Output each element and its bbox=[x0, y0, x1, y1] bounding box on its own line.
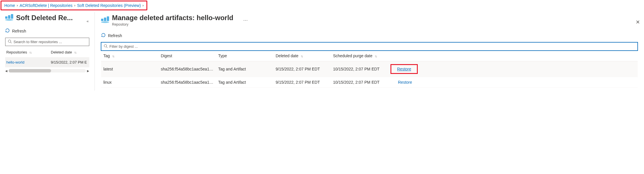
breadcrumb-home[interactable]: Home bbox=[4, 3, 15, 8]
horizontal-scrollbar[interactable]: ◀ ▶ bbox=[5, 69, 89, 72]
page-title: Manage deleted artifacts: hello-world bbox=[112, 14, 233, 22]
svg-rect-2 bbox=[11, 14, 13, 19]
refresh-icon bbox=[5, 28, 10, 34]
digest-filter-input[interactable] bbox=[109, 44, 635, 49]
column-header-digest[interactable]: Digest bbox=[161, 53, 218, 58]
chevron-double-left-icon: « bbox=[87, 19, 89, 23]
more-actions-button[interactable]: ⋯ bbox=[241, 16, 250, 25]
scroll-track[interactable] bbox=[9, 69, 86, 72]
cell-digest: sha256:f54a58bc1aac5ea1a25... bbox=[161, 67, 218, 71]
cell-type: Tag and Artifact bbox=[218, 67, 276, 71]
digest-filter-field[interactable] bbox=[101, 42, 638, 51]
column-header-purge-date[interactable]: Scheduled purge date ↑↓ bbox=[333, 53, 390, 58]
restore-link[interactable]: Restore bbox=[398, 80, 412, 85]
scroll-left-icon[interactable]: ◀ bbox=[5, 69, 7, 72]
artifact-row[interactable]: linux sha256:f54a58bc1aac5ea1a25... Tag … bbox=[101, 77, 638, 88]
scroll-thumb[interactable] bbox=[9, 69, 51, 72]
chevron-right-icon: › bbox=[142, 3, 144, 7]
sort-icon: ↑↓ bbox=[375, 54, 377, 58]
search-icon bbox=[8, 39, 12, 44]
container-registry-icon bbox=[5, 14, 13, 22]
column-header-deleted-date[interactable]: Deleted date ↑↓ bbox=[51, 50, 88, 54]
column-label: Deleted date bbox=[276, 53, 298, 58]
sort-icon: ↑↓ bbox=[112, 54, 114, 58]
sort-icon: ↑↓ bbox=[301, 54, 303, 58]
more-icon: ⋯ bbox=[243, 18, 248, 23]
sort-icon: ↑↓ bbox=[74, 51, 76, 54]
repo-name-link[interactable]: hello-world bbox=[6, 60, 51, 64]
repo-row[interactable]: hello-world 9/15/2022, 2:07 PM E bbox=[5, 57, 89, 67]
column-label: Repositories bbox=[6, 50, 27, 54]
main-pane: Manage deleted artifacts: hello-world Re… bbox=[95, 12, 644, 91]
cell-purge-date: 10/15/2022, 2:07 PM EDT bbox=[333, 80, 390, 85]
svg-point-10 bbox=[104, 45, 107, 47]
svg-point-9 bbox=[101, 21, 109, 23]
column-label: Scheduled purge date bbox=[333, 53, 372, 58]
cell-deleted-date: 9/15/2022, 2:07 PM EDT bbox=[276, 67, 333, 71]
column-label: Type bbox=[218, 53, 227, 58]
sort-icon: ↑↓ bbox=[29, 51, 31, 54]
svg-rect-8 bbox=[107, 16, 109, 21]
search-icon bbox=[104, 44, 108, 49]
close-icon: ✕ bbox=[636, 19, 640, 25]
sidebar-title: Soft Deleted Re... bbox=[16, 14, 73, 22]
column-header-type[interactable]: Type bbox=[218, 53, 276, 58]
restore-highlight-box: Restore bbox=[390, 64, 418, 74]
repo-deleted-date: 9/15/2022, 2:07 PM E bbox=[51, 60, 88, 64]
repo-search-field[interactable] bbox=[5, 38, 89, 46]
column-header-tag[interactable]: Tag ↑↓ bbox=[103, 53, 161, 58]
svg-line-5 bbox=[11, 42, 12, 43]
cell-tag: latest bbox=[103, 67, 161, 71]
column-label: Tag bbox=[103, 53, 110, 58]
svg-point-3 bbox=[5, 19, 13, 21]
refresh-label: Refresh bbox=[12, 29, 26, 33]
svg-point-4 bbox=[8, 40, 11, 43]
collapse-sidebar-button[interactable]: « bbox=[85, 17, 90, 25]
svg-rect-6 bbox=[101, 19, 103, 21]
repo-search-input[interactable] bbox=[13, 40, 87, 44]
container-registry-icon bbox=[101, 16, 109, 24]
breadcrumb: Home › ACRSoftDelete | Repositories › So… bbox=[1, 1, 147, 10]
restore-link[interactable]: Restore bbox=[397, 67, 411, 71]
svg-rect-7 bbox=[104, 18, 106, 21]
refresh-button[interactable]: Refresh bbox=[101, 33, 122, 38]
column-header-deleted-date[interactable]: Deleted date ↑↓ bbox=[276, 53, 333, 58]
scroll-right-icon[interactable]: ▶ bbox=[87, 69, 89, 72]
chevron-right-icon: › bbox=[17, 3, 18, 7]
refresh-label: Refresh bbox=[108, 33, 122, 38]
cell-digest: sha256:f54a58bc1aac5ea1a25... bbox=[161, 80, 218, 85]
breadcrumb-soft-deleted[interactable]: Soft Deleted Repositories (Preview) bbox=[77, 3, 141, 8]
svg-rect-1 bbox=[8, 15, 10, 19]
page-subtitle: Repository bbox=[112, 22, 233, 26]
svg-line-11 bbox=[107, 47, 108, 48]
column-label: Deleted date bbox=[51, 50, 72, 54]
close-pane-button[interactable]: ✕ bbox=[634, 17, 642, 27]
svg-rect-0 bbox=[5, 16, 7, 19]
cell-deleted-date: 9/15/2022, 2:07 PM EDT bbox=[276, 80, 333, 85]
chevron-right-icon: › bbox=[74, 3, 76, 7]
column-header-repositories[interactable]: Repositories ↑↓ bbox=[6, 50, 51, 54]
refresh-button[interactable]: Refresh bbox=[5, 28, 26, 34]
breadcrumb-registry[interactable]: ACRSoftDelete | Repositories bbox=[20, 3, 72, 8]
refresh-icon bbox=[101, 33, 106, 38]
cell-type: Tag and Artifact bbox=[218, 80, 276, 85]
cell-purge-date: 10/15/2022, 2:07 PM EDT bbox=[333, 67, 390, 71]
artifact-row[interactable]: latest sha256:f54a58bc1aac5ea1a25... Tag… bbox=[101, 61, 638, 77]
cell-tag: linux bbox=[103, 80, 161, 85]
column-label: Digest bbox=[161, 53, 172, 58]
sidebar-pane: Soft Deleted Re... « Refresh Repositorie… bbox=[0, 12, 95, 91]
